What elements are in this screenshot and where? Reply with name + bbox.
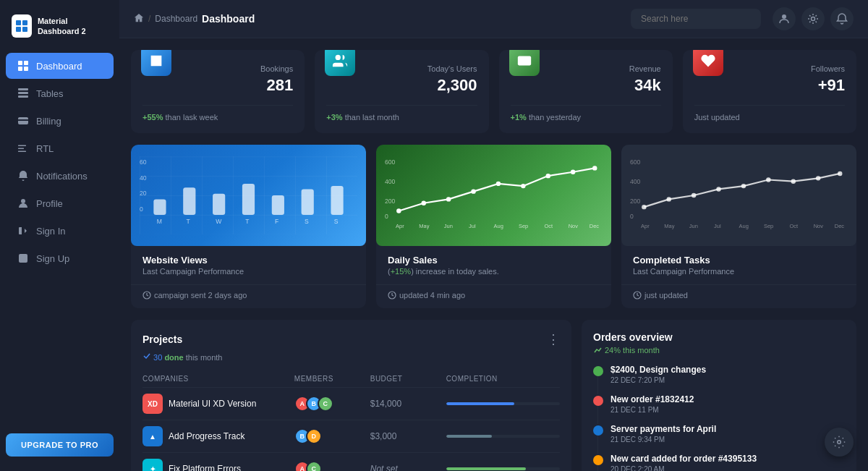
projects-header: Projects ⋮ bbox=[142, 331, 560, 347]
svg-text:200: 200 bbox=[630, 198, 641, 205]
svg-rect-5 bbox=[24, 61, 28, 65]
profile-icon bbox=[17, 198, 29, 209]
sidebar-item-tables-label: Tables bbox=[36, 88, 64, 99]
chart-daily-sales: 600 400 200 0 Apr bbox=[376, 145, 611, 308]
svg-text:Jul: Jul bbox=[469, 223, 476, 229]
company-icon: ✦ bbox=[142, 459, 163, 471]
svg-point-16 bbox=[21, 199, 25, 203]
svg-text:40: 40 bbox=[140, 174, 147, 182]
progress-fill bbox=[446, 435, 492, 438]
check-icon bbox=[142, 352, 151, 360]
svg-text:Aug: Aug bbox=[739, 223, 749, 229]
order-dot bbox=[593, 455, 603, 465]
members-cell: A B C bbox=[294, 396, 370, 412]
order-details: Server payments for April 21 DEC 9:34 PM bbox=[610, 424, 716, 444]
svg-text:200: 200 bbox=[385, 198, 396, 205]
svg-text:Sep: Sep bbox=[519, 223, 528, 229]
svg-text:Jul: Jul bbox=[714, 223, 721, 229]
daily-sales-title: Daily Sales bbox=[388, 255, 600, 266]
svg-rect-31 bbox=[272, 195, 284, 215]
order-details: New order #1832412 21 DEC 11 PM bbox=[610, 394, 694, 414]
followers-footer-text: Just updated bbox=[694, 113, 740, 122]
charts-row: 60 40 20 0 M T W bbox=[131, 145, 856, 308]
company-name: Material UI XD Version bbox=[169, 399, 256, 409]
billing-icon bbox=[17, 115, 29, 127]
sidebar-item-billing[interactable]: Billing bbox=[6, 108, 114, 134]
svg-point-47 bbox=[422, 201, 426, 205]
notifications-icon-button[interactable] bbox=[830, 7, 854, 30]
col-members: MEMBERS bbox=[294, 375, 370, 383]
rtl-icon bbox=[17, 143, 29, 154]
account-icon-button[interactable] bbox=[773, 7, 796, 30]
order-date: 21 DEC 9:34 PM bbox=[610, 436, 716, 444]
account-icon bbox=[778, 13, 790, 25]
followers-footer: Just updated bbox=[694, 105, 845, 122]
sidebar-item-profile[interactable]: Profile bbox=[6, 190, 114, 216]
website-views-title: Website Views bbox=[142, 255, 354, 266]
clock-icon-2 bbox=[388, 291, 396, 300]
bookings-positive: +55% bbox=[142, 113, 163, 122]
users-icon-box bbox=[325, 50, 355, 76]
breadcrumb: / Dashboard Dashboard bbox=[134, 13, 255, 25]
order-details: New card added for order #4395133 20 DEC… bbox=[610, 454, 757, 471]
order-date: 20 DEC 2:20 AM bbox=[610, 465, 757, 471]
company-cell: ▲ Add Progress Track bbox=[142, 426, 294, 446]
daily-sales-highlight: +15% bbox=[391, 267, 411, 276]
sidebar-logo: Material Dashboard 2 bbox=[0, 9, 119, 52]
avatar: C bbox=[318, 396, 333, 412]
svg-point-54 bbox=[592, 166, 597, 170]
svg-point-51 bbox=[521, 184, 525, 188]
order-date: 22 DEC 7:20 PM bbox=[610, 376, 706, 384]
orders-subtitle: 24% this month bbox=[593, 346, 845, 355]
sidebar-item-tables[interactable]: Tables bbox=[6, 80, 114, 106]
settings-icon-button[interactable] bbox=[801, 7, 825, 30]
users-footer: +3% than last month bbox=[326, 105, 477, 122]
sidebar-item-notifications[interactable]: Notifications bbox=[6, 163, 114, 189]
order-title: Server payments for April bbox=[610, 424, 716, 434]
svg-rect-9 bbox=[18, 92, 28, 94]
company-name: Fix Platform Errors bbox=[169, 464, 241, 471]
order-dot bbox=[593, 396, 603, 406]
daily-sales-footer-text: updated 4 min ago bbox=[399, 291, 465, 300]
svg-text:Nov: Nov bbox=[569, 223, 579, 229]
users-icon bbox=[332, 53, 348, 69]
svg-rect-15 bbox=[18, 151, 26, 153]
sidebar-item-profile-label: Profile bbox=[36, 198, 63, 209]
fab-button[interactable] bbox=[825, 428, 854, 457]
sidebar-item-dashboard[interactable]: Dashboard bbox=[6, 53, 114, 79]
budget-cell: Not set bbox=[370, 464, 446, 471]
more-options-button[interactable]: ⋮ bbox=[547, 331, 560, 347]
logo-icon bbox=[12, 14, 32, 38]
sidebar-item-sign-in[interactable]: Sign In bbox=[6, 218, 114, 244]
stat-card-bookings: Bookings 281 +55% than lask week bbox=[131, 50, 305, 133]
upgrade-button[interactable]: UPGRADE TO PRO bbox=[6, 433, 114, 457]
svg-rect-2 bbox=[16, 27, 21, 32]
svg-text:Dec: Dec bbox=[835, 223, 845, 229]
order-details: $2400, Design changes 22 DEC 7:20 PM bbox=[610, 365, 706, 384]
search-input[interactable] bbox=[631, 9, 761, 29]
order-dot bbox=[593, 366, 603, 376]
home-link[interactable] bbox=[134, 13, 144, 25]
trend-up-icon bbox=[593, 346, 602, 355]
svg-text:400: 400 bbox=[385, 178, 396, 185]
sidebar-item-rtl[interactable]: RTL bbox=[6, 135, 114, 161]
company-icon: ▲ bbox=[142, 426, 163, 446]
website-views-footer: campaign sent 2 days ago bbox=[131, 284, 366, 308]
orders-subtitle-text: 24% this month bbox=[605, 346, 660, 355]
company-cell: XD Material UI XD Version bbox=[142, 394, 294, 414]
svg-point-46 bbox=[396, 208, 401, 213]
svg-rect-13 bbox=[18, 145, 26, 147]
orders-title: Orders overview bbox=[593, 331, 845, 343]
projects-card: Projects ⋮ 30 done this month COMPANIES … bbox=[131, 320, 571, 471]
order-title: New card added for order #4395133 bbox=[610, 454, 757, 464]
completion-cell bbox=[446, 467, 560, 470]
completed-tasks-subtitle: Last Campaign Performance bbox=[633, 267, 845, 276]
order-title: $2400, Design changes bbox=[610, 365, 706, 375]
svg-rect-30 bbox=[242, 184, 255, 215]
col-companies: COMPANIES bbox=[142, 375, 294, 383]
sign-in-icon bbox=[17, 225, 29, 237]
svg-text:W: W bbox=[216, 218, 222, 225]
table-row: ✦ Fix Platform Errors A C Not set bbox=[142, 453, 560, 471]
sidebar-item-sign-up[interactable]: Sign Up bbox=[6, 245, 114, 271]
completion-cell bbox=[446, 435, 560, 438]
